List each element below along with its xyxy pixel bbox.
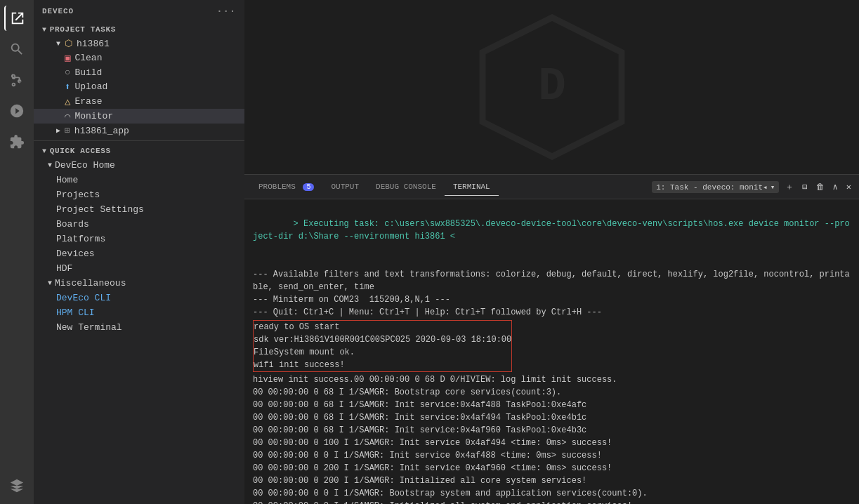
qa-new-terminal[interactable]: New Terminal bbox=[34, 320, 244, 335]
sidebar: DEVECO ··· ▼ PROJECT TASKS ▼ ⬡ hi3861 ▣ … bbox=[34, 0, 244, 504]
qa-new-terminal-label: New Terminal bbox=[56, 322, 122, 333]
delete-terminal-button[interactable]: 🗑 bbox=[814, 180, 827, 194]
task-monitor[interactable]: ⌒ Monitor bbox=[34, 109, 244, 124]
terminal-controls: 1: Task - deveco: monit◂ ▾ ＋ ⊟ 🗑 ∧ ✕ bbox=[652, 179, 853, 195]
terminal-log-5: 00 00:00:00 0 68 I 1/SAMGR: Init service… bbox=[253, 424, 851, 437]
quick-access-section[interactable]: ▼ QUICK ACCESS bbox=[34, 144, 244, 158]
tab-problems-label: PROBLEMS bbox=[258, 183, 296, 191]
task-erase[interactable]: △ Erase bbox=[34, 94, 244, 109]
qa-project-settings-label: Project Settings bbox=[56, 204, 144, 215]
terminal-executing-task: > Executing task: c:\users\swx885325\.de… bbox=[253, 205, 851, 256]
sidebar-header: DEVECO ··· bbox=[34, 0, 244, 22]
task-build[interactable]: ○ Build bbox=[34, 65, 244, 79]
terminal-blank1 bbox=[253, 256, 851, 268]
qa-hdf[interactable]: HDF bbox=[34, 261, 244, 276]
search-icon[interactable] bbox=[4, 37, 29, 62]
qa-hpm-cli[interactable]: HPM CLI bbox=[34, 305, 244, 320]
terminal-sdk-ver: sdk ver:Hi3861V100R001C00SPC025 2020-09-… bbox=[254, 333, 511, 346]
expand-arrow-icon: ▼ bbox=[56, 40, 60, 48]
task-upload[interactable]: ⬆ Upload bbox=[34, 79, 244, 94]
terminal-filters: --- Available filters and text transform… bbox=[253, 268, 851, 293]
miscellaneous-group[interactable]: ▼ Miscellaneous bbox=[34, 276, 244, 291]
qa-boards[interactable]: Boards bbox=[34, 217, 244, 232]
maximize-panel-button[interactable]: ∧ bbox=[831, 180, 840, 194]
qa-platforms[interactable]: Platforms bbox=[34, 232, 244, 246]
hi3861-app-label: hi3861_app bbox=[74, 126, 129, 136]
qa-deveco-cli[interactable]: DevEco CLI bbox=[34, 291, 244, 305]
clean-icon: ▣ bbox=[65, 52, 70, 64]
terminal-wifi-init: wifi init success! bbox=[254, 359, 511, 371]
terminal-filesystem: FileSystem mount ok. bbox=[254, 346, 511, 359]
hi3861-label: hi3861 bbox=[77, 39, 110, 49]
tab-problems[interactable]: PROBLEMS 5 bbox=[250, 178, 322, 195]
project-tasks-section[interactable]: ▼ PROJECT TASKS bbox=[34, 22, 244, 37]
qa-collapse-icon: ▼ bbox=[42, 147, 47, 155]
terminal-log-2: 00 00:00:00 0 68 I 1/SAMGR: Bootstrap co… bbox=[253, 386, 851, 399]
erase-icon: △ bbox=[65, 95, 70, 107]
divider bbox=[34, 140, 244, 141]
terminal-log-9: 00 00:00:00 0 200 I 1/SAMGR: Initialized… bbox=[253, 475, 851, 487]
terminal-log-1: hiview init success.00 00:00:00 0 68 D 0… bbox=[253, 373, 851, 386]
expand-right-icon: ▶ bbox=[56, 126, 60, 135]
terminal-log-11: 00 00:00:00 0 0 I 1/SAMGR: Initialized a… bbox=[253, 500, 851, 504]
qa-home[interactable]: Home bbox=[34, 173, 244, 187]
tab-debug-console-label: DEBUG CONSOLE bbox=[376, 183, 436, 191]
qa-devices[interactable]: Devices bbox=[34, 246, 244, 261]
terminal-content[interactable]: > Executing task: c:\users\swx885325\.de… bbox=[244, 199, 859, 504]
terminal-log-7: 00 00:00:00 0 0 I 1/SAMGR: Init service … bbox=[253, 449, 851, 462]
close-panel-button[interactable]: ✕ bbox=[844, 180, 853, 194]
qa-project-settings[interactable]: Project Settings bbox=[34, 202, 244, 217]
panel-tabs: PROBLEMS 5 OUTPUT DEBUG CONSOLE TERMINAL… bbox=[244, 175, 859, 199]
qa-platforms-label: Platforms bbox=[56, 234, 105, 244]
grid-icon: ⊞ bbox=[65, 125, 70, 136]
terminal-os-start: ready to OS start bbox=[254, 321, 511, 333]
qa-boards-label: Boards bbox=[56, 219, 89, 230]
deveco-home-label: DevEco Home bbox=[55, 160, 115, 171]
qa-hdf-label: HDF bbox=[56, 263, 72, 274]
terminal-log-4: 00 00:00:00 0 68 I 1/SAMGR: Init service… bbox=[253, 411, 851, 424]
terminal-instance-selector[interactable]: 1: Task - deveco: monit◂ ▾ bbox=[652, 181, 779, 193]
deveco-home-arrow-icon: ▼ bbox=[48, 161, 52, 169]
terminal-quit-help: --- Quit: Ctrl+C | Menu: Ctrl+T | Help: … bbox=[253, 306, 851, 319]
qa-projects[interactable]: Projects bbox=[34, 187, 244, 202]
terminal-miniterm: --- Miniterm on COM23 115200,8,N,1 --- bbox=[253, 293, 851, 306]
main-content: D PROBLEMS 5 OUTPUT DEBUG CONSOLE TERMIN… bbox=[244, 0, 859, 504]
task-clean-label: Clean bbox=[74, 53, 102, 63]
qa-deveco-cli-label: DevEco CLI bbox=[56, 293, 111, 303]
tab-terminal[interactable]: TERMINAL bbox=[445, 178, 499, 196]
qa-projects-label: Projects bbox=[56, 190, 100, 200]
new-terminal-button[interactable]: ＋ bbox=[783, 179, 796, 195]
project-hi3861[interactable]: ▼ ⬡ hi3861 bbox=[34, 37, 244, 51]
task-erase-label: Erase bbox=[74, 96, 102, 107]
project-tasks-label: PROJECT TASKS bbox=[50, 25, 116, 34]
miscellaneous-label: Miscellaneous bbox=[55, 278, 126, 289]
terminal-log-3: 00 00:00:00 0 68 I 1/SAMGR: Init service… bbox=[253, 399, 851, 411]
collapse-arrow-icon: ▼ bbox=[42, 26, 47, 34]
tab-terminal-label: TERMINAL bbox=[453, 183, 490, 191]
terminal-dropdown-icon: ▾ bbox=[771, 183, 775, 192]
extensions-icon[interactable] bbox=[4, 129, 29, 154]
tab-output-label: OUTPUT bbox=[331, 183, 359, 191]
explorer-icon[interactable] bbox=[4, 6, 29, 31]
more-options-icon[interactable]: ··· bbox=[216, 6, 236, 17]
source-control-icon[interactable] bbox=[4, 67, 29, 93]
task-clean[interactable]: ▣ Clean bbox=[34, 51, 244, 65]
task-upload-label: Upload bbox=[74, 81, 107, 92]
build-icon: ○ bbox=[65, 67, 70, 78]
svg-text:D: D bbox=[538, 60, 566, 113]
terminal-log-6: 00 00:00:00 0 100 I 1/SAMGR: Init servic… bbox=[253, 437, 851, 449]
deveco-watermark: D bbox=[475, 10, 629, 164]
deveco-home-group[interactable]: ▼ DevEco Home bbox=[34, 158, 244, 173]
split-terminal-button[interactable]: ⊟ bbox=[800, 180, 809, 194]
sidebar-title: DEVECO bbox=[42, 7, 74, 15]
terminal-highlighted-block: ready to OS start sdk ver:Hi3861V100R001… bbox=[253, 320, 512, 372]
upload-icon: ⬆ bbox=[65, 81, 70, 93]
quick-access-label: QUICK ACCESS bbox=[50, 147, 111, 155]
deveco-icon[interactable] bbox=[4, 473, 29, 498]
qa-home-label: Home bbox=[56, 175, 78, 185]
run-debug-icon[interactable] bbox=[4, 98, 29, 124]
tab-output[interactable]: OUTPUT bbox=[322, 178, 367, 195]
project-hi3861-app[interactable]: ▶ ⊞ hi3861_app bbox=[34, 124, 244, 138]
tab-debug-console[interactable]: DEBUG CONSOLE bbox=[367, 178, 445, 195]
misc-arrow-icon: ▼ bbox=[48, 279, 52, 287]
